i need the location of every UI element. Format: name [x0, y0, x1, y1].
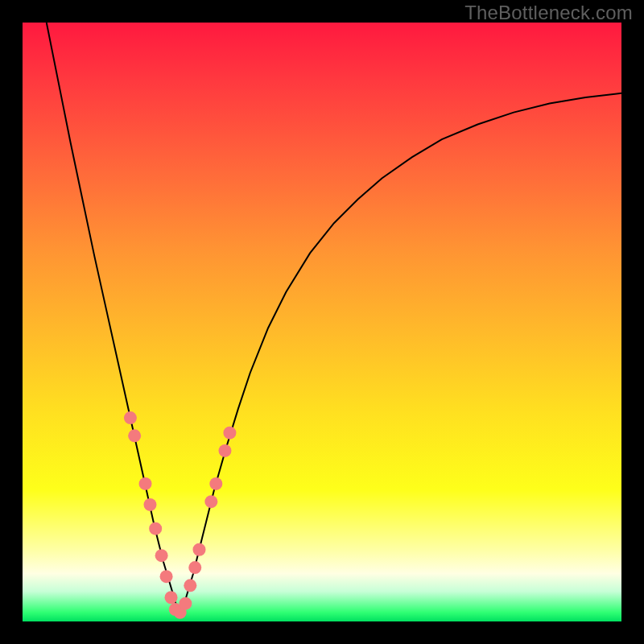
marker-point	[218, 444, 231, 457]
marker-point	[149, 522, 162, 535]
marker-point	[139, 477, 152, 490]
plot-area	[23, 23, 621, 621]
marker-point	[179, 597, 192, 610]
marker-point	[128, 429, 141, 442]
marker-point	[204, 495, 217, 508]
marker-point	[160, 570, 173, 583]
chart-frame: TheBottleneck.com	[0, 0, 644, 644]
marker-point	[155, 549, 168, 562]
highlighted-points	[124, 411, 237, 619]
marker-point	[192, 543, 205, 556]
chart-svg	[23, 23, 621, 621]
marker-point	[188, 561, 201, 574]
watermark-text: TheBottleneck.com	[464, 2, 633, 24]
marker-point	[165, 591, 178, 604]
marker-point	[124, 411, 137, 424]
marker-point	[223, 427, 236, 440]
bottleneck-curve	[47, 23, 621, 613]
marker-point	[143, 498, 156, 511]
marker-point	[209, 477, 222, 490]
marker-point	[184, 579, 196, 592]
